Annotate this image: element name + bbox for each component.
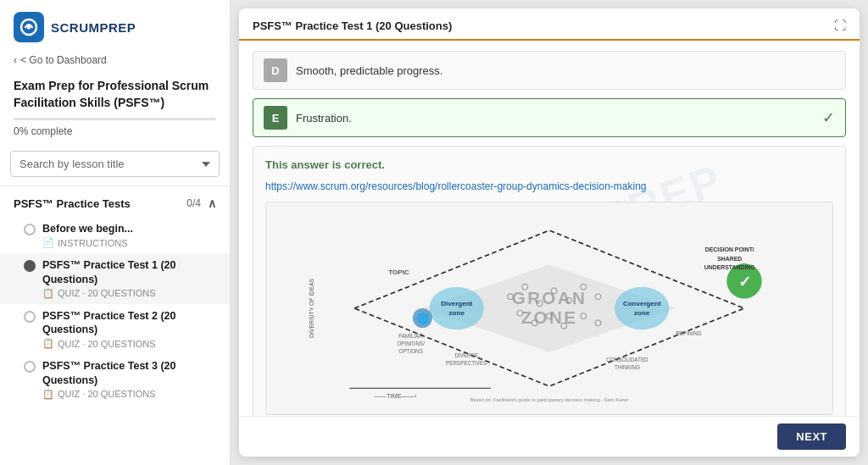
svg-point-7	[430, 287, 484, 330]
svg-text:THINKING: THINKING	[615, 364, 640, 370]
svg-text:CONSOLIDATED: CONSOLIDATED	[606, 357, 648, 363]
lesson-item-test2[interactable]: PSFS™ Practice Test 2 (20 Questions) 📋 Q…	[0, 304, 230, 355]
back-arrow-icon: ‹	[14, 54, 17, 66]
svg-text:——TIME——›: ——TIME——›	[374, 392, 417, 400]
correct-label: This answer is correct.	[265, 158, 833, 171]
diagram-container: GROAN ZONE Divergent zone Convergent zon…	[265, 202, 833, 415]
main-content: PSFS™ Practice Test 1 (20 Questions) ⛶ S…	[231, 0, 868, 465]
svg-text:OPINIONS/: OPINIONS/	[397, 340, 425, 346]
expand-icon[interactable]: ⛶	[834, 19, 846, 32]
explanation-box: This answer is correct. https://www.scru…	[253, 146, 846, 416]
logo-area: SCRUMPREP	[0, 0, 230, 51]
lesson-subtitle-test1: 📋 QUIZ · 20 QUESTIONS	[24, 288, 216, 299]
lesson-circle	[24, 224, 36, 235]
search-input[interactable]: Search by lesson title	[10, 151, 220, 177]
progress-text: 0% complete	[0, 124, 230, 146]
svg-text:✓: ✓	[738, 273, 751, 291]
back-to-dashboard[interactable]: ‹ < Go to Dashboard	[0, 51, 230, 73]
svg-text:DIVERSE: DIVERSE	[454, 352, 478, 358]
explanation-link[interactable]: https://www.scrum.org/resources/blog/rol…	[265, 180, 647, 192]
modal-header: PSFS™ Practice Test 1 (20 Questions) ⛶	[239, 8, 860, 41]
answer-option-d[interactable]: D Smooth, predictable progress.	[253, 51, 846, 90]
svg-text:PERSPECTIVES: PERSPECTIVES	[446, 360, 487, 366]
answer-letter-d: D	[264, 58, 287, 82]
svg-text:SHARED: SHARED	[717, 256, 742, 262]
search-area: Search by lesson title	[0, 146, 230, 185]
chevron-up-icon: ∧	[208, 197, 216, 210]
svg-text:Convergent: Convergent	[623, 300, 661, 307]
modal-body: SCRUMPREP D Smooth, predictable progress…	[239, 41, 860, 416]
modal-title: PSFS™ Practice Test 1 (20 Questions)	[253, 19, 452, 32]
course-title: Exam Prep for Professional Scrum Facilit…	[0, 73, 230, 118]
answer-letter-e: E	[264, 106, 287, 130]
lesson-item-before-begin[interactable]: Before we begin... 📄 INSTRUCTIONS	[0, 217, 230, 253]
svg-text:FAMILIAR: FAMILIAR	[398, 333, 423, 339]
answer-option-e[interactable]: E Frustration. ✓	[253, 98, 846, 137]
svg-text:ZONE: ZONE	[521, 307, 578, 327]
lesson-subtitle: 📄 INSTRUCTIONS	[24, 237, 216, 248]
lesson-title-test1: PSFS™ Practice Test 1 (20 Questions)	[42, 258, 216, 286]
next-button[interactable]: NEXT	[777, 423, 846, 450]
svg-text:TOPIC: TOPIC	[388, 268, 409, 276]
svg-text:REFINING: REFINING	[676, 330, 702, 336]
svg-text:UNDERSTANDING: UNDERSTANDING	[704, 264, 755, 270]
section-header[interactable]: PSFS™ Practice Tests 0/4 ∧	[0, 190, 230, 217]
lesson-circle-active	[24, 260, 36, 272]
svg-text:DIVERSITY OF IDEAS: DIVERSITY OF IDEAS	[309, 279, 314, 339]
lesson-circle-test2	[24, 311, 36, 323]
lesson-subtitle-test3: 📋 QUIZ · 20 QUESTIONS	[24, 389, 216, 400]
svg-text:GROAN: GROAN	[512, 288, 587, 307]
section-count: 0/4	[186, 197, 201, 209]
svg-text:OPTIONS: OPTIONS	[398, 348, 422, 354]
modal-footer: NEXT	[239, 416, 860, 457]
svg-text:Based on: Facilitators guide t: Based on: Facilitators guide to particip…	[470, 397, 629, 402]
svg-text:Divergent: Divergent	[441, 300, 472, 307]
divider	[0, 185, 230, 186]
section-label: PSFS™ Practice Tests	[14, 197, 131, 210]
svg-text:DECISION POINT/: DECISION POINT/	[705, 246, 754, 252]
svg-text:zone: zone	[634, 309, 650, 317]
logo-text: SCRUMPREP	[51, 20, 136, 35]
svg-text:🌐: 🌐	[417, 313, 430, 324]
svg-point-10	[615, 287, 669, 330]
lesson-item-test3[interactable]: PSFS™ Practice Test 3 (20 Questions) 📋 Q…	[0, 354, 230, 405]
sidebar: SCRUMPREP ‹ < Go to Dashboard Exam Prep …	[0, 0, 231, 465]
logo-icon	[14, 12, 44, 42]
answer-text-d: Smooth, predictable progress.	[296, 64, 835, 77]
lesson-subtitle-test2: 📋 QUIZ · 20 QUESTIONS	[24, 338, 216, 349]
lesson-circle-test3	[24, 361, 36, 373]
svg-point-1	[27, 25, 31, 30]
answer-text-e: Frustration.	[296, 112, 814, 125]
lesson-title-test3: PSFS™ Practice Test 3 (20 Questions)	[42, 359, 216, 387]
modal-window: PSFS™ Practice Test 1 (20 Questions) ⛶ S…	[239, 8, 860, 457]
correct-check-icon: ✓	[822, 108, 835, 127]
lesson-title: Before we begin...	[42, 222, 133, 235]
svg-text:zone: zone	[449, 309, 465, 317]
lesson-item-test1[interactable]: PSFS™ Practice Test 1 (20 Questions) 📋 Q…	[0, 253, 230, 304]
lesson-title-test2: PSFS™ Practice Test 2 (20 Questions)	[42, 309, 216, 337]
progress-bar	[14, 118, 216, 120]
